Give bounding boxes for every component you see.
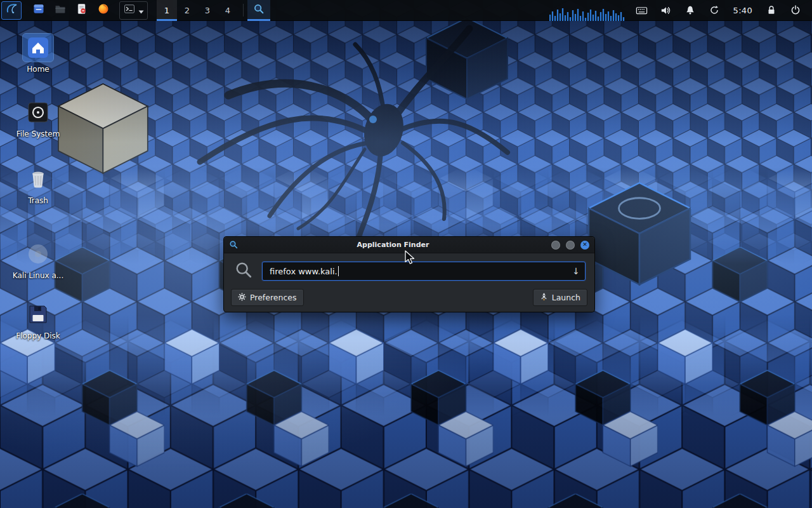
preferences-button[interactable]: Preferences bbox=[231, 289, 304, 306]
preferences-label: Preferences bbox=[250, 293, 297, 302]
gear-icon bbox=[238, 293, 246, 303]
desktop-icon-file-system[interactable]: File System bbox=[8, 98, 69, 138]
text-caret bbox=[338, 266, 339, 276]
text-editor-launcher[interactable] bbox=[71, 1, 93, 20]
maximize-button[interactable] bbox=[566, 241, 575, 250]
panel-separator bbox=[243, 4, 244, 17]
top-panel: 1 2 3 4 bbox=[0, 0, 812, 21]
application-finder-icon bbox=[229, 240, 240, 250]
history-dropdown-icon[interactable]: ↓ bbox=[567, 266, 580, 276]
audio-visualizer bbox=[549, 0, 625, 21]
search-magnifier-icon bbox=[234, 260, 253, 282]
workspace-1[interactable]: 1 bbox=[157, 0, 177, 21]
launch-icon bbox=[540, 293, 548, 303]
desktop-icon-kali-linux[interactable]: Kali Linux a... bbox=[8, 240, 69, 280]
desktop-icon-label: File System bbox=[8, 130, 69, 138]
firefox-launcher[interactable] bbox=[93, 1, 114, 20]
kali-logo-icon bbox=[4, 2, 18, 18]
kali-disc-icon bbox=[23, 240, 53, 268]
desktop-icon-label: Trash bbox=[8, 196, 69, 205]
close-button[interactable]: ✕ bbox=[580, 241, 589, 250]
file-manager-icon bbox=[32, 3, 45, 18]
folder-icon bbox=[54, 3, 67, 18]
mouse-cursor bbox=[404, 250, 417, 268]
window-title: Application Finder bbox=[240, 241, 546, 249]
log-out-icon[interactable] bbox=[785, 1, 806, 20]
workspace-switcher: 1 2 3 4 bbox=[157, 0, 238, 21]
taskbar-application-finder[interactable] bbox=[247, 0, 270, 21]
terminal-launcher[interactable] bbox=[119, 1, 148, 20]
desktop-icon-label: Home bbox=[8, 65, 69, 74]
volume-icon[interactable] bbox=[656, 1, 676, 20]
document-icon bbox=[75, 3, 88, 18]
terminal-icon bbox=[123, 3, 136, 18]
workspace-3[interactable]: 3 bbox=[197, 0, 218, 21]
launch-label: Launch bbox=[552, 293, 580, 302]
kali-menu-button[interactable] bbox=[1, 1, 22, 20]
desktop-icon-floppy-disk[interactable]: Floppy Disk bbox=[8, 300, 69, 340]
desktop-icon-label: Kali Linux a... bbox=[8, 271, 69, 280]
desktop-icon-home[interactable]: Home bbox=[8, 34, 69, 74]
dialog-actions: Preferences Launch bbox=[224, 288, 594, 306]
launch-button[interactable]: Launch bbox=[533, 289, 587, 306]
minimize-button[interactable] bbox=[551, 241, 560, 250]
application-finder-window: Application Finder ✕ firefox www.kali. ↓ bbox=[223, 236, 595, 312]
firefox-icon bbox=[97, 3, 110, 18]
floppy-disk-icon bbox=[23, 300, 53, 328]
lock-screen-icon[interactable] bbox=[761, 1, 782, 20]
file-system-icon bbox=[23, 98, 53, 126]
home-icon bbox=[23, 34, 53, 62]
chevron-down-icon bbox=[138, 4, 144, 17]
desktop-icon-trash[interactable]: Trash bbox=[8, 165, 69, 205]
workspace-2[interactable]: 2 bbox=[177, 0, 197, 21]
panel-launchers bbox=[28, 1, 114, 20]
desktop-icon-label: Floppy Disk bbox=[8, 331, 69, 340]
desktop: 1 2 3 4 bbox=[0, 0, 812, 508]
keyboard-icon[interactable] bbox=[632, 1, 652, 20]
trash-icon bbox=[23, 165, 53, 193]
updates-icon[interactable] bbox=[704, 1, 724, 20]
search-input[interactable]: firefox www.kali. ↓ bbox=[262, 262, 586, 281]
file-manager-launcher[interactable] bbox=[28, 1, 49, 20]
notifications-bell-icon[interactable] bbox=[680, 1, 700, 20]
workspace-4[interactable]: 4 bbox=[218, 0, 238, 21]
folder-launcher[interactable] bbox=[49, 1, 71, 20]
clock[interactable]: 5:40 bbox=[728, 6, 757, 15]
system-tray: 5:40 bbox=[632, 1, 812, 20]
search-task-icon bbox=[253, 3, 265, 17]
search-input-value: firefox www.kali. bbox=[270, 267, 337, 276]
